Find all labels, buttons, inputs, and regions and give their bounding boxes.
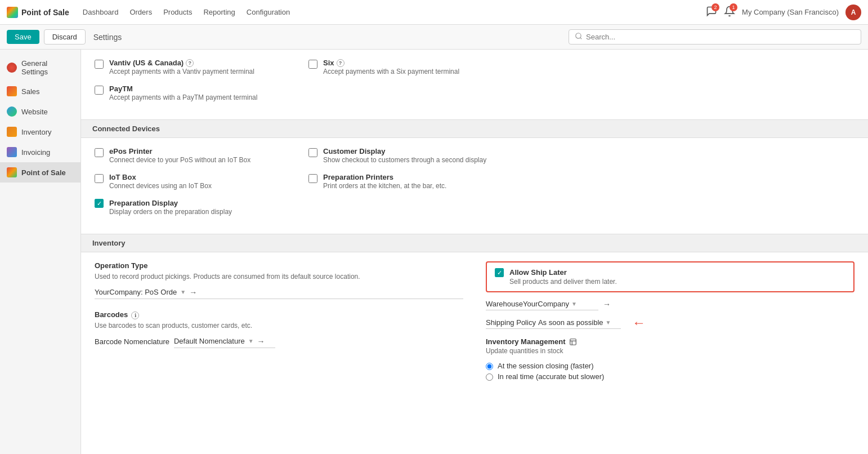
sidebar-item-website[interactable]: Website [0, 101, 80, 122]
six-checkbox[interactable] [308, 60, 317, 69]
customer-display-label-wrap: Customer Display Show checkout to custom… [323, 147, 486, 164]
six-info-icon[interactable]: ? [337, 59, 344, 67]
invoicing-icon [7, 147, 17, 157]
device-customer-display: Customer Display Show checkout to custom… [308, 147, 500, 164]
barcodes-info-icon[interactable]: ℹ [131, 311, 139, 319]
prep-display-desc: Display orders on the preparation displa… [109, 208, 232, 216]
radio-real-time: In real time (accurate but slower) [486, 372, 854, 381]
barcode-nomenclature-arrow: ▼ [248, 338, 254, 344]
customer-display-title: Customer Display [323, 147, 486, 155]
iot-title: IoT Box [109, 173, 212, 181]
payment-paytm: PayTM Accept payments with a PayTM payme… [95, 84, 286, 101]
notifications-badge: 1 [730, 3, 737, 11]
nav-link-orders[interactable]: Orders [129, 8, 152, 16]
top-navigation: Point of Sale Dashboard Orders Products … [0, 0, 868, 25]
discard-button[interactable]: Discard [44, 29, 86, 44]
prep-display-label-wrap: Preparation Display Display orders on th… [109, 199, 232, 216]
svg-line-1 [580, 38, 582, 39]
epos-checkbox[interactable] [95, 148, 104, 157]
devices-row-3: Preparation Display Display orders on th… [95, 199, 854, 216]
save-button[interactable]: Save [7, 30, 39, 44]
sidebar-item-sales[interactable]: Sales [0, 81, 80, 101]
inventory-two-col: Operation Type Used to record product pi… [95, 261, 854, 381]
barcode-nomenclature-link[interactable]: → [257, 337, 265, 346]
devices-row-1: ePos Printer Connect device to your PoS … [95, 147, 854, 164]
inv-management-desc: Update quantities in stock [486, 347, 854, 355]
radio-session-closing-label: At the session closing (faster) [498, 362, 594, 370]
operation-type-link[interactable]: → [189, 288, 197, 297]
prep-display-checkbox[interactable] [95, 199, 104, 208]
inv-management-icon [569, 338, 577, 346]
general-settings-icon [7, 63, 17, 73]
sidebar-item-invoicing[interactable]: Invoicing [0, 142, 80, 162]
paytm-checkbox[interactable] [95, 86, 104, 95]
customer-display-desc: Show checkout to customers through a sec… [323, 156, 486, 164]
sidebar: General Settings Sales Website Inventory… [0, 50, 81, 454]
operation-type-dropdown[interactable]: YourCompany: PoS Orde ▼ → [95, 286, 463, 299]
company-name: My Company (San Francisco) [742, 8, 839, 16]
barcodes-nomenclature-row: Barcode Nomenclature Default Nomenclatur… [95, 335, 463, 348]
action-bar: Save Discard Settings [0, 25, 868, 50]
prep-printers-label-wrap: Preparation Printers Print orders at the… [323, 173, 446, 190]
sidebar-item-pos[interactable]: Point of Sale [0, 162, 80, 183]
radio-group: At the session closing (faster) In real … [486, 362, 854, 381]
payment-row-1: Vantiv (US & Canada) ? Accept payments w… [95, 59, 854, 75]
allow-ship-later-checkbox[interactable] [495, 268, 504, 277]
prep-printers-checkbox[interactable] [308, 174, 317, 183]
paytm-label: PayTM Accept payments with a PayTM payme… [109, 84, 257, 101]
sidebar-item-label-website: Website [21, 108, 48, 116]
nav-links: Dashboard Orders Products Reporting Conf… [83, 8, 290, 16]
customer-display-checkbox[interactable] [308, 148, 317, 157]
barcodes-desc: Use barcodes to scan products, customer … [95, 321, 463, 331]
svg-point-0 [576, 33, 581, 38]
nav-link-configuration[interactable]: Configuration [247, 8, 290, 16]
barcode-nomenclature-dropdown[interactable]: Default Nomenclature ▼ → [174, 335, 275, 348]
inventory-icon [7, 127, 17, 137]
nav-right: 2 1 My Company (San Francisco) A [706, 5, 861, 20]
paytm-title: PayTM [109, 84, 257, 93]
sidebar-item-general[interactable]: General Settings [0, 54, 80, 81]
main-layout: General Settings Sales Website Inventory… [0, 50, 868, 454]
radio-session-closing: At the session closing (faster) [486, 362, 854, 370]
iot-label-wrap: IoT Box Connect devices using an IoT Box [109, 173, 212, 190]
nav-link-products[interactable]: Products [163, 8, 192, 16]
radio-session-closing-input[interactable] [486, 363, 493, 370]
devices-row-2: IoT Box Connect devices using an IoT Box… [95, 173, 854, 190]
barcodes-section: Barcodes ℹ Use barcodes to scan products… [95, 310, 463, 348]
warehouse-link[interactable]: → [603, 300, 611, 309]
iot-checkbox[interactable] [95, 174, 104, 183]
inventory-section: Operation Type Used to record product pi… [81, 252, 868, 390]
warehouse-dropdown[interactable]: WarehouseYourCompany ▼ [486, 298, 598, 310]
inventory-section-header: Inventory [81, 234, 868, 252]
vantiv-checkbox[interactable] [95, 60, 104, 69]
nav-link-dashboard[interactable]: Dashboard [83, 8, 119, 16]
vantiv-label: Vantiv (US & Canada) ? Accept payments w… [109, 59, 254, 75]
search-icon [575, 32, 583, 42]
radio-real-time-input[interactable] [486, 373, 493, 381]
red-arrow-indicator: ← [632, 315, 646, 331]
warehouse-value: WarehouseYourCompany [486, 300, 569, 308]
shipping-policy-dropdown[interactable]: Shipping Policy As soon as possible ▼ [486, 317, 621, 329]
barcode-nomenclature-value: Default Nomenclature [174, 337, 245, 345]
notifications-icon[interactable]: 1 [724, 6, 735, 19]
warehouse-arrow: ▼ [571, 301, 577, 307]
six-label: Six ? Accept payments with a Six payment… [323, 59, 459, 75]
connected-devices-label: Connected Devices [92, 124, 160, 133]
app-logo[interactable]: Point of Sale [7, 7, 69, 18]
pos-icon [7, 167, 17, 177]
paytm-desc: Accept payments with a PayTM payment ter… [109, 94, 257, 101]
six-desc: Accept payments with a Six payment termi… [323, 68, 459, 75]
payment-vantiv: Vantiv (US & Canada) ? Accept payments w… [95, 59, 286, 75]
messages-icon[interactable]: 2 [706, 6, 717, 19]
vantiv-info-icon[interactable]: ? [186, 59, 194, 67]
sidebar-item-inventory[interactable]: Inventory [0, 122, 80, 142]
allow-ship-later-content: Allow Ship Later Sell products and deliv… [509, 268, 617, 286]
user-avatar[interactable]: A [845, 5, 861, 20]
logo-icon [7, 7, 18, 18]
prep-printers-title: Preparation Printers [323, 173, 446, 181]
search-input[interactable] [586, 33, 855, 41]
epos-desc: Connect device to your PoS without an Io… [109, 156, 250, 164]
main-content: Vantiv (US & Canada) ? Accept payments w… [81, 50, 868, 454]
nav-link-reporting[interactable]: Reporting [203, 8, 235, 16]
sidebar-item-label-general: General Settings [21, 59, 74, 76]
